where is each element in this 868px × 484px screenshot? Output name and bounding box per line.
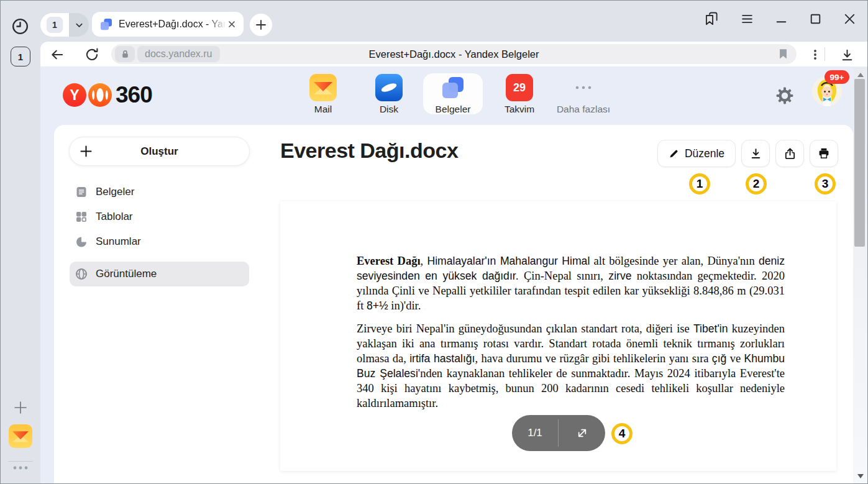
browser-toolbar: docs.yandex.ru Everest+Dağı.docx - Yande… — [40, 42, 868, 66]
nav-label: Daha fazlası — [557, 104, 610, 115]
yandex-o-icon — [88, 83, 112, 107]
presentation-icon — [75, 235, 88, 248]
download-icon — [749, 147, 762, 160]
panels-icon[interactable] — [700, 8, 723, 29]
more-dots-icon — [570, 74, 597, 101]
tab-group[interactable]: 1 — [40, 13, 89, 37]
document-text: Everest Dağı, Himalayalar'ın Mahalangur … — [357, 253, 785, 411]
webpage: Y 360 Mail — [40, 66, 853, 484]
address-bar[interactable]: docs.yandex.ru Everest+Dağı.docx - Yande… — [111, 44, 797, 64]
tab-group-left: 1 — [40, 13, 69, 37]
menu-icon[interactable] — [735, 8, 759, 29]
page-indicator-pill[interactable]: 1/1 — [512, 415, 605, 451]
maximize-icon[interactable] — [803, 8, 827, 29]
print-button[interactable] — [810, 140, 838, 167]
ssl-chip[interactable] — [115, 46, 135, 62]
nav-item-disk[interactable]: Disk — [361, 74, 417, 115]
kebab-menu-icon[interactable] — [807, 47, 823, 63]
active-tab[interactable]: Everest+Dağı.docx - Yan — [92, 12, 244, 37]
docs-favicon-icon — [99, 17, 113, 31]
sidebar-item-belgeler[interactable]: Belgeler — [70, 180, 249, 204]
side-panel-more-icon[interactable] — [12, 466, 29, 470]
browser-side-panel: 1 — [1, 42, 40, 484]
annotation-badge-1: 1 — [689, 173, 710, 194]
doc-paragraph: Everest Dağı, Himalayalar'ın Mahalangur … — [357, 253, 785, 313]
lock-icon — [121, 49, 130, 59]
sidebar-item-label: Belgeler — [96, 186, 134, 198]
scroll-up-arrow-icon[interactable] — [857, 73, 864, 77]
annotation-badge-2: 2 — [746, 173, 767, 194]
browser-window: 1 Everest+Dağı.docx - Yan — [0, 0, 868, 484]
share-button[interactable] — [775, 140, 804, 167]
sidebar-item-label: Tablolar — [96, 211, 133, 223]
downloads-icon[interactable] — [839, 47, 855, 63]
share-icon — [783, 147, 797, 160]
scrollbar-thumb[interactable] — [854, 79, 865, 247]
nav-item-belgeler[interactable]: Belgeler — [425, 74, 481, 115]
nav-label: Belgeler — [436, 104, 471, 115]
chevron-down-icon — [75, 21, 84, 30]
sidebar-item-sunumlar[interactable]: Sunumlar — [70, 229, 249, 254]
download-button[interactable] — [741, 140, 770, 167]
notification-badge: 99+ — [825, 70, 849, 84]
yandex-360-logo[interactable]: Y 360 — [63, 82, 152, 108]
page-indicator: 1/1 — [512, 427, 558, 439]
tab-title: Everest+Dağı.docx - Yan — [119, 19, 226, 30]
reload-icon[interactable] — [84, 47, 100, 63]
nav-item-mail[interactable]: Mail — [295, 74, 351, 115]
yandex-y-icon: Y — [63, 83, 86, 107]
side-panel-tab-count[interactable]: 1 — [11, 47, 30, 66]
create-button-label: Oluştur — [70, 145, 249, 158]
side-panel-divider — [8, 461, 33, 462]
sidebar-item-label: Görüntüleme — [96, 268, 157, 280]
annotation-badge-3: 3 — [815, 173, 836, 194]
edit-button-label: Düzenle — [685, 147, 724, 160]
edit-button[interactable]: Düzenle — [657, 140, 736, 167]
nav-label: Takvim — [505, 104, 534, 115]
globe-icon — [75, 268, 88, 280]
sidebar-item-goruntuleme[interactable]: Görüntüleme — [70, 262, 249, 286]
nav-label: Mail — [314, 104, 332, 115]
url-domain[interactable]: docs.yandex.ru — [137, 46, 220, 62]
scrollbar[interactable] — [853, 66, 868, 484]
tab-group-expand[interactable] — [69, 13, 89, 37]
sidebar-item-tablolar[interactable]: Tablolar — [70, 204, 249, 229]
mail-icon — [309, 74, 337, 101]
logo-360-text: 360 — [116, 82, 152, 108]
calendar-icon: 29 — [506, 74, 533, 101]
doc-paragraph: Zirveye biri Nepal'in güneydoğusundan çı… — [357, 321, 785, 411]
new-tab-button[interactable] — [250, 14, 272, 36]
back-icon[interactable] — [49, 47, 65, 63]
sidebar-item-label: Sunumlar — [96, 235, 141, 248]
gear-icon[interactable] — [776, 87, 793, 104]
history-icon[interactable] — [9, 16, 30, 37]
nav-label: Disk — [380, 104, 398, 115]
pencil-icon — [669, 148, 679, 159]
tab-close-icon[interactable] — [226, 19, 237, 30]
nav-item-takvim[interactable]: 29 Takvim — [491, 74, 547, 115]
create-button[interactable]: Oluştur — [69, 137, 250, 166]
close-window-icon[interactable] — [838, 8, 861, 29]
tab-group-count: 1 — [47, 17, 63, 33]
minimize-icon[interactable] — [769, 8, 793, 29]
toolbar-divider — [825, 47, 825, 61]
print-icon — [818, 147, 830, 160]
nav-item-more[interactable]: Daha fazlası — [549, 74, 618, 115]
bookmark-icon[interactable] — [779, 48, 788, 60]
annotation-badge-4: 4 — [611, 423, 633, 444]
table-icon — [75, 211, 88, 223]
disk-icon — [375, 74, 403, 101]
expand-icon — [575, 426, 589, 440]
document-icon — [75, 186, 88, 198]
scroll-down-arrow-icon[interactable] — [857, 474, 864, 478]
fullscreen-button[interactable] — [559, 426, 605, 440]
side-panel-add-icon[interactable] — [12, 400, 29, 416]
document-title: Everest Dağı.docx — [280, 139, 458, 163]
content-panel: Oluştur Belgeler Tablolar Sunumlar — [54, 125, 853, 484]
docs-icon — [439, 74, 467, 101]
yandex-mail-icon[interactable] — [9, 424, 32, 448]
